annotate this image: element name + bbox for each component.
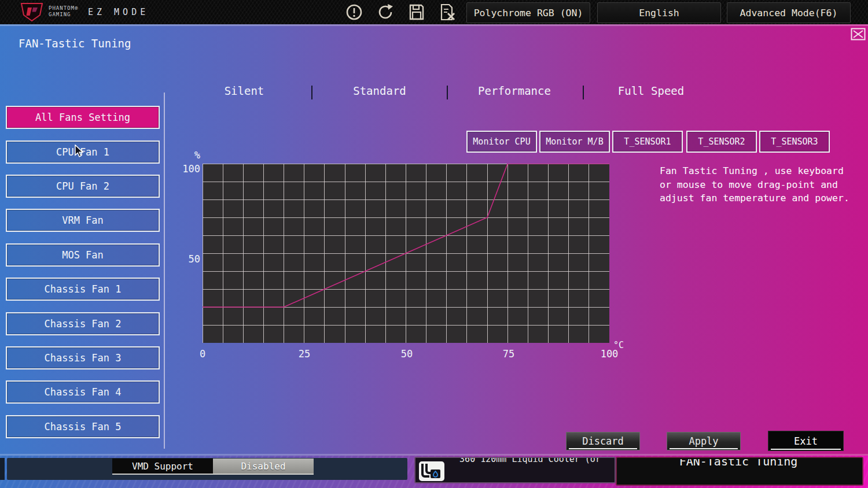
cpu-cooler-panel[interactable]: 360 120mm Liquid Cooler (or Thinner) xyxy=(414,457,616,483)
monitor-mb-button[interactable]: Monitor M/B xyxy=(539,131,610,153)
help-text: Fan Tastic Tuning , use keyboard or mous… xyxy=(660,164,851,205)
fan-tastic-tuning-button-label: FAN-Tastic Tuning xyxy=(618,459,859,472)
y-tick-50: 50 xyxy=(165,253,200,265)
advanced-mode-button[interactable]: Advanced Mode(F6) xyxy=(727,2,851,23)
sidebar-item-mos-fan[interactable]: MOS Fan xyxy=(6,243,160,267)
sidebar-item-chassis-fan-2[interactable]: Chassis Fan 2 xyxy=(6,312,160,335)
save-icon[interactable] xyxy=(405,3,428,21)
t-sensor1-button[interactable]: T_SENSOR1 xyxy=(612,131,683,153)
tab-full-speed[interactable]: Full Speed xyxy=(618,84,684,97)
vmd-support-label[interactable]: VMD Support xyxy=(112,459,213,475)
x-tick-50: 50 xyxy=(401,348,413,360)
dialog-title: FAN-Tastic Tuning xyxy=(19,37,131,50)
phantom-gaming-logo-icon xyxy=(19,2,45,22)
tab-separator xyxy=(583,86,584,99)
sidebar-item-all-fans-setting[interactable]: All Fans Setting xyxy=(6,106,160,129)
liquid-cooler-icon xyxy=(419,461,444,481)
tab-performance[interactable]: Performance xyxy=(478,84,551,97)
ez-mode-bottom-strip: VMD Support Disabled 360 120mm Liquid Co… xyxy=(0,456,868,488)
sidebar-item-vrm-fan[interactable]: VRM Fan xyxy=(6,209,160,232)
sidebar-divider xyxy=(164,93,165,449)
t-sensor3-button[interactable]: T_SENSOR3 xyxy=(759,131,830,153)
fan-tastic-tuning-button[interactable]: FAN-Tastic Tuning xyxy=(616,457,863,486)
tab-standard[interactable]: Standard xyxy=(353,84,406,97)
bios-screen: PHANTOM® GAMING EZ MODE Polychrome RGB (… xyxy=(0,0,868,488)
sidebar-item-chassis-fan-4[interactable]: Chassis Fan 4 xyxy=(6,380,160,404)
brand-text: PHANTOM® GAMING xyxy=(49,5,78,18)
close-icon[interactable] xyxy=(851,28,866,40)
exit-button[interactable]: Exit xyxy=(768,431,844,451)
vmd-support-panel: VMD Support Disabled xyxy=(7,458,407,480)
top-bar: PHANTOM® GAMING EZ MODE Polychrome RGB (… xyxy=(0,0,868,24)
vmd-support-value-button[interactable]: Disabled xyxy=(213,459,314,475)
sidebar-item-chassis-fan-1[interactable]: Chassis Fan 1 xyxy=(6,278,160,301)
sidebar-item-chassis-fan-5[interactable]: Chassis Fan 5 xyxy=(6,415,160,438)
language-button[interactable]: English xyxy=(597,2,721,23)
y-axis-unit-label: % xyxy=(165,149,200,161)
apply-button[interactable]: Apply xyxy=(667,432,741,450)
discard-button[interactable]: Discard xyxy=(566,432,640,450)
sidebar-item-chassis-fan-3[interactable]: Chassis Fan 3 xyxy=(6,346,160,369)
x-axis-unit-label: °C xyxy=(613,340,624,350)
y-tick-100: 100 xyxy=(165,163,200,175)
monitor-cpu-button[interactable]: Monitor CPU xyxy=(466,131,537,153)
reload-icon[interactable] xyxy=(374,3,397,21)
x-tick-25: 25 xyxy=(299,348,310,360)
cooler-setting-text: 360 120mm Liquid Cooler (or Thinner) xyxy=(449,458,611,464)
sidebar-item-cpu-fan-1[interactable]: CPU Fan 1 xyxy=(6,141,160,164)
document-x-icon[interactable] xyxy=(435,3,458,21)
sidebar-item-cpu-fan-2[interactable]: CPU Fan 2 xyxy=(6,175,160,198)
tab-separator xyxy=(311,86,312,99)
fan-curve-chart[interactable] xyxy=(203,164,609,343)
alert-icon[interactable] xyxy=(343,3,366,21)
tab-separator xyxy=(447,86,448,99)
ez-mode-label: EZ MODE xyxy=(88,7,149,17)
t-sensor2-button[interactable]: T_SENSOR2 xyxy=(686,131,757,153)
tab-silent[interactable]: Silent xyxy=(225,84,264,97)
polychrome-rgb-button[interactable]: Polychrome RGB (ON) xyxy=(466,2,590,23)
bottom-edge-notch xyxy=(0,458,5,480)
x-tick-75: 75 xyxy=(503,348,514,360)
fan-tastic-tuning-dialog: FAN-Tastic Tuning All Fans Setting CPU F… xyxy=(0,24,868,456)
x-tick-0: 0 xyxy=(200,348,205,360)
